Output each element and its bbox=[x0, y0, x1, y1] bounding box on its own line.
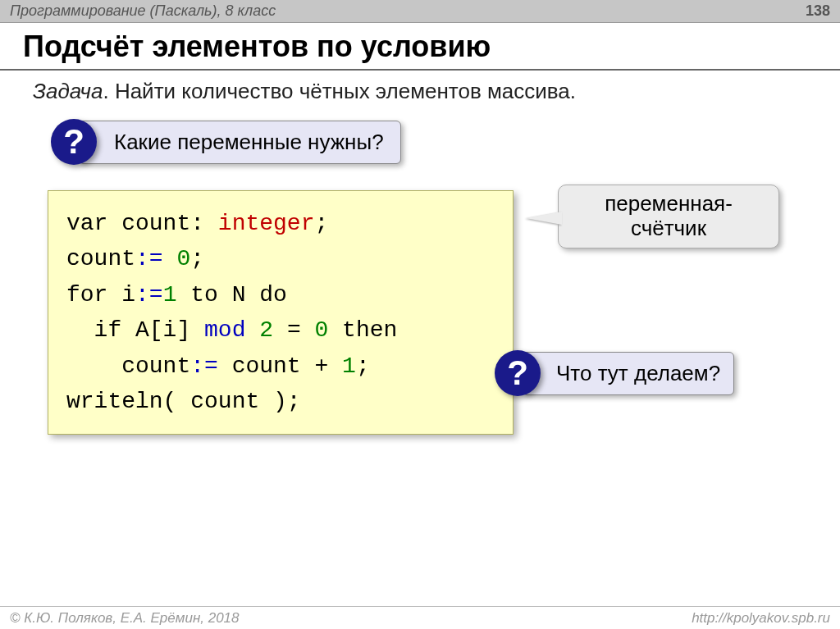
task-label: Задача bbox=[33, 79, 103, 103]
callout-line2: счётчик bbox=[578, 217, 759, 241]
question-bubble-2: ? Что тут делаем? bbox=[495, 350, 734, 396]
callout-counter: переменная- счётчик bbox=[558, 185, 779, 248]
footer-url: http://kpolyakov.spb.ru bbox=[692, 610, 830, 627]
callout-line1: переменная- bbox=[578, 192, 759, 217]
footer: © К.Ю. Поляков, Е.А. Ерёмин, 2018 http:/… bbox=[0, 606, 840, 629]
question-text-1: Какие переменные нужны? bbox=[79, 121, 401, 164]
footer-copyright: © К.Ю. Поляков, Е.А. Ерёмин, 2018 bbox=[10, 610, 240, 627]
page-title: Подсчёт элементов по условию bbox=[23, 30, 817, 64]
question-mark-icon: ? bbox=[51, 119, 97, 165]
task-row: Задача. Найти количество чётных элементо… bbox=[0, 71, 840, 104]
breadcrumb: Программирование (Паскаль), 8 класс bbox=[10, 2, 276, 20]
page-number: 138 bbox=[806, 2, 830, 20]
question-mark-icon: ? bbox=[495, 350, 541, 396]
title-row: Подсчёт элементов по условию bbox=[0, 23, 840, 71]
task-text: . Найти количество чётных элементов масс… bbox=[103, 79, 576, 103]
header-bar: Программирование (Паскаль), 8 класс 138 bbox=[0, 0, 840, 23]
code-block: var count: integer; count:= 0; for i:=1 … bbox=[48, 190, 514, 435]
question-text-2: Что тут делаем? bbox=[523, 352, 734, 395]
question-bubble-1: ? Какие переменные нужны? bbox=[51, 119, 401, 165]
